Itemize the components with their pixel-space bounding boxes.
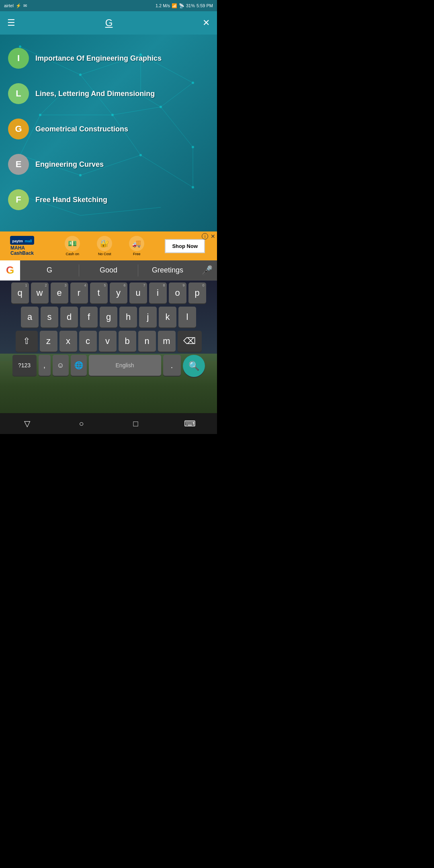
period-key[interactable]: . <box>163 355 181 376</box>
key-m[interactable]: m <box>158 331 176 352</box>
suggestion-g[interactable]: G <box>20 266 79 274</box>
keyboard: 1q 2w 3e 4r 5t 6y 7u 8i 9o 0p a s d f g … <box>0 280 217 377</box>
menu-label-3: Engineering Curves <box>35 160 104 169</box>
key-o[interactable]: 9o <box>169 283 186 303</box>
space-key[interactable]: English <box>89 355 161 376</box>
suggestion-greetings[interactable]: Greetings <box>138 266 197 274</box>
backspace-key[interactable]: ⌫ <box>178 331 202 352</box>
time-text: 5:59 PM <box>197 3 213 8</box>
key-s[interactable]: s <box>41 307 58 328</box>
suggestions-bar: G G Good Greetings 🎤 <box>0 260 217 280</box>
key-t[interactable]: 5t <box>90 283 108 303</box>
key-j[interactable]: j <box>139 307 157 328</box>
ad-close-icon[interactable]: ✕ <box>211 233 215 240</box>
menu-item-0[interactable]: I Importance Of Engineering Graphics <box>0 41 217 76</box>
status-bar: airtel ⚡ ✉ 1.2 M/s 📶 📡 31% 5:59 PM <box>0 0 217 11</box>
key-a[interactable]: a <box>21 307 39 328</box>
key-x[interactable]: x <box>59 331 77 352</box>
key-row-3: ⇧ z x c v b n m ⌫ <box>2 331 215 352</box>
ad-info-icon[interactable]: i <box>202 233 208 240</box>
key-row-2: a s d f g h j k l <box>2 307 215 328</box>
keyboard-area: G G Good Greetings 🎤 1q 2w 3e 4r 5t 6y 7… <box>0 260 217 434</box>
usb-icon: ⚡ <box>16 3 21 8</box>
comma-key[interactable]: , <box>39 355 51 376</box>
num123-key[interactable]: ?123 <box>12 355 37 376</box>
menu-label-2: Geometrical Constructions <box>35 125 128 133</box>
key-f[interactable]: f <box>80 307 98 328</box>
shop-now-button[interactable]: Shop Now <box>165 239 205 253</box>
bottom-nav: ▽ ○ □ ⌨ <box>0 413 217 434</box>
free-icon: 🚚 <box>129 236 144 251</box>
wifi-icon: 📶 <box>172 3 177 8</box>
menu-item-4[interactable]: F Free Hand Sketching <box>0 182 217 217</box>
key-row-4: ?123 , ☺ 🌐 English . 🔍 <box>2 355 215 377</box>
keyboard-button[interactable]: ⌨ <box>178 413 202 434</box>
menu-avatar-2: G <box>8 119 29 139</box>
key-z[interactable]: z <box>40 331 57 352</box>
close-icon[interactable]: ✕ <box>203 18 210 28</box>
ad-icon-nocost: 🔐 No Cost <box>88 236 121 256</box>
menu-avatar-0: I <box>8 48 29 69</box>
key-b[interactable]: b <box>119 331 136 352</box>
menu-item-1[interactable]: L Lines, Lettering And Dimensioning <box>0 76 217 111</box>
key-g[interactable]: g <box>100 307 117 328</box>
suggestion-good[interactable]: Good <box>79 266 138 274</box>
menu-item-2[interactable]: G Geometrical Constructions <box>0 111 217 147</box>
shift-key[interactable]: ⇧ <box>16 331 38 352</box>
key-row-1: 1q 2w 3e 4r 5t 6y 7u 8i 9o 0p <box>2 283 215 303</box>
status-right: 1.2 M/s 📶 📡 31% 5:59 PM <box>156 3 213 8</box>
carrier-text: airtel <box>4 3 14 8</box>
app-title: G <box>105 17 113 29</box>
menu-label-1: Lines, Lettering And Dimensioning <box>35 90 155 98</box>
menu-avatar-4: F <box>8 189 29 210</box>
menu-avatar-3: E <box>8 154 29 175</box>
key-u[interactable]: 7u <box>129 283 147 303</box>
key-n[interactable]: n <box>138 331 156 352</box>
recents-button[interactable]: □ <box>124 413 148 434</box>
menu-item-3[interactable]: E Engineering Curves <box>0 147 217 182</box>
speed-text: 1.2 M/s <box>156 3 170 8</box>
globe-key[interactable]: 🌐 <box>71 355 87 376</box>
ad-icon-cashon: 💵 Cash on <box>56 236 88 256</box>
menu-label-4: Free Hand Sketching <box>35 196 107 204</box>
cashon-icon: 💵 <box>65 236 80 251</box>
signal-icon: 📡 <box>179 3 184 8</box>
search-key[interactable]: 🔍 <box>183 355 205 377</box>
ad-icon-free: 🚚 Free <box>121 236 153 256</box>
emoji-key[interactable]: ☺ <box>53 355 69 376</box>
key-d[interactable]: d <box>60 307 78 328</box>
nocost-label: No Cost <box>98 252 111 256</box>
google-logo: G <box>0 260 20 280</box>
key-v[interactable]: v <box>99 331 117 352</box>
key-w[interactable]: 2w <box>31 283 49 303</box>
home-button[interactable]: ○ <box>70 413 94 434</box>
main-content: I Importance Of Engineering Graphics L L… <box>0 35 217 231</box>
email-icon: ✉ <box>23 3 27 8</box>
ad-logo: paytm mall MAHA CashBack <box>0 231 44 260</box>
nocost-icon: 🔐 <box>97 236 112 251</box>
key-l[interactable]: l <box>178 307 196 328</box>
status-left: airtel ⚡ ✉ <box>4 3 27 8</box>
free-label: Free <box>133 252 141 256</box>
key-p[interactable]: 0p <box>188 283 206 303</box>
key-h[interactable]: h <box>119 307 137 328</box>
key-e[interactable]: 3e <box>51 283 68 303</box>
cashon-label: Cash on <box>66 252 79 256</box>
key-i[interactable]: 8i <box>149 283 167 303</box>
ad-banner[interactable]: paytm mall MAHA CashBack 💵 Cash on 🔐 No … <box>0 231 217 260</box>
mic-icon[interactable]: 🎤 <box>197 265 217 276</box>
hamburger-icon[interactable]: ☰ <box>7 18 15 28</box>
key-c[interactable]: c <box>79 331 97 352</box>
key-r[interactable]: 4r <box>70 283 88 303</box>
app-header: ☰ G ✕ <box>0 11 217 35</box>
menu-label-0: Importance Of Engineering Graphics <box>35 54 162 63</box>
back-button[interactable]: ▽ <box>15 413 39 434</box>
key-k[interactable]: k <box>159 307 176 328</box>
key-y[interactable]: 6y <box>110 283 127 303</box>
menu-avatar-1: L <box>8 83 29 104</box>
key-q[interactable]: 1q <box>11 283 29 303</box>
battery-text: 31% <box>186 3 195 8</box>
menu-list: I Importance Of Engineering Graphics L L… <box>0 35 217 223</box>
ad-icons: 💵 Cash on 🔐 No Cost 🚚 Free <box>44 236 165 256</box>
